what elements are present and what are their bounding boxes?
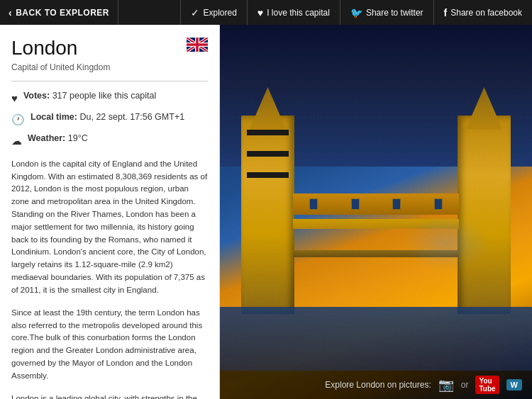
bridge-upper-walkway (293, 193, 459, 215)
bridge-scene (220, 101, 532, 371)
city-info-panel: London Capital of United Kingdom ♥ Votes… (0, 25, 220, 399)
divider (11, 81, 208, 82)
clock-icon: 🕐 (11, 112, 25, 127)
weather-value: 19°C (68, 133, 88, 143)
city-description: London is the capital city of England an… (11, 158, 208, 399)
main-content: London Capital of United Kingdom ♥ Votes… (0, 25, 532, 399)
twitter-icon: 🐦 (350, 7, 362, 18)
facebook-label: Share on facebook (450, 8, 522, 18)
facebook-icon: f (444, 7, 448, 18)
votes-row: ♥ Votes: 317 people like this capital (11, 90, 208, 106)
description-paragraph-1: London is the capital city of England an… (11, 158, 208, 297)
camera-icon[interactable]: 📷 (438, 377, 454, 393)
uk-flag-icon (187, 38, 208, 52)
explored-button[interactable]: ✓ Explored (180, 0, 246, 25)
share-facebook-button[interactable]: f Share on facebook (433, 0, 532, 25)
walkway-window (351, 198, 360, 210)
city-image-panel: Explore London on pictures: 📷 or YouTube… (220, 25, 532, 399)
chevron-left-icon: ‹ (9, 7, 12, 18)
votes-value: 317 people like this capital (52, 91, 157, 101)
city-photo (220, 25, 532, 399)
youtube-button[interactable]: YouTube (475, 376, 499, 394)
back-label: BACK TO EXPLORER (16, 8, 109, 18)
love-capital-button[interactable]: ♥ I love this capital (247, 0, 340, 25)
explore-pictures-label: Explore London on pictures: (325, 380, 431, 390)
description-paragraph-3: London is a leading global city, with st… (11, 393, 208, 399)
share-twitter-button[interactable]: 🐦 Share to twitter (340, 0, 433, 25)
local-time-value: Du, 22 sept. 17:56 GMT+1 (79, 112, 184, 122)
weather-cloud-icon: ☁ (11, 133, 22, 148)
walkway-window (309, 198, 318, 210)
city-subtitle: Capital of United Kingdom (11, 62, 208, 72)
city-glow-effect (404, 215, 489, 271)
walkway-window (392, 198, 401, 210)
check-icon: ✓ (191, 7, 199, 18)
votes-text: Votes: 317 people like this capital (23, 90, 156, 103)
weather-row: ☁ Weather: 19°C (11, 133, 208, 148)
wordpress-button[interactable]: W (506, 379, 522, 390)
city-header: London (11, 38, 208, 60)
explored-label: Explored (203, 8, 236, 18)
local-time-text: Local time: Du, 22 sept. 17:56 GMT+1 (31, 111, 184, 124)
tower-bridge-left-tower (241, 116, 294, 314)
walkway-window (434, 198, 443, 210)
river-thames (220, 307, 532, 371)
back-to-explorer-button[interactable]: ‹ BACK TO EXPLORER (0, 0, 118, 25)
description-paragraph-2: Since at least the 19th century, the ter… (11, 307, 208, 383)
local-time-row: 🕐 Local time: Du, 22 sept. 17:56 GMT+1 (11, 111, 208, 127)
love-label: I love this capital (267, 8, 330, 18)
or-label: or (461, 380, 469, 390)
twitter-label: Share to twitter (366, 8, 423, 18)
image-footer: Explore London on pictures: 📷 or YouTube… (220, 371, 532, 399)
heart-icon: ♥ (257, 7, 263, 18)
weather-text: Weather: 19°C (28, 133, 88, 145)
top-navigation-bar: ‹ BACK TO EXPLORER ✓ Explored ♥ I love t… (0, 0, 532, 25)
city-name: London (11, 38, 77, 60)
topbar-actions: ✓ Explored ♥ I love this capital 🐦 Share… (180, 0, 532, 25)
votes-heart-icon: ♥ (11, 91, 18, 106)
